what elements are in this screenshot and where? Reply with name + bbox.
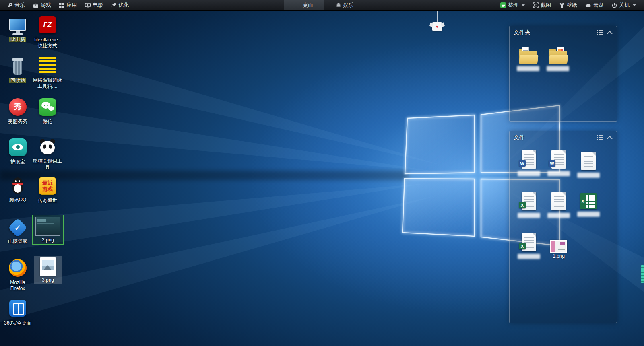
file-item-excel-table[interactable]: X — [576, 192, 601, 217]
desktop-icon-360-desktop[interactable]: 360安全桌面 — [3, 299, 32, 326]
center-tabs: 桌面 娱乐 — [284, 0, 365, 10]
collapse-panel-icon[interactable] — [607, 31, 613, 34]
desktop-icon-meitu[interactable]: 秀 美图秀秀 — [3, 97, 32, 125]
desktop-icon-pc-manager[interactable]: ✓ 电脑管家 — [3, 218, 32, 245]
menu-movies[interactable]: 电影 — [81, 0, 107, 10]
screenshot-icon — [533, 2, 539, 8]
blurred-file-name — [577, 212, 600, 217]
tab-entertainment[interactable]: 娱乐 — [324, 0, 365, 10]
blurred-file-name — [577, 173, 600, 178]
file-item-1png[interactable]: 1.png — [546, 236, 572, 259]
desktop-icon-filezilla[interactable]: FZ filezilla.exe - 快捷方式 — [33, 15, 62, 49]
text-doc-icon — [551, 192, 566, 210]
recycle-bin-label: 回收站 — [3, 78, 32, 84]
3png-image-file-icon — [40, 257, 56, 276]
desktop-icon-web-toolbox[interactable]: 网络编辑超级工具箱.... — [33, 56, 62, 89]
folders-panel-header[interactable]: 文件夹 — [510, 26, 617, 39]
edge-scrollbar[interactable] — [641, 265, 644, 283]
menu-apps[interactable]: 应用 — [55, 0, 81, 10]
this-pc-icon — [8, 16, 27, 35]
blurred-file-name — [547, 171, 570, 176]
games-icon — [33, 3, 39, 8]
list-view-icon[interactable] — [597, 30, 603, 35]
cloud-icon — [585, 2, 591, 8]
3png-label: 3.png — [34, 277, 62, 283]
meitu-label: 美图秀秀 — [3, 119, 32, 125]
folder-icon — [519, 48, 537, 64]
blurred-file-name — [518, 213, 540, 218]
menu-music[interactable]: 音乐 — [3, 0, 29, 10]
shirt-icon — [559, 2, 565, 8]
eye-care-label: 护眼宝 — [3, 159, 32, 165]
toolbar-left-group: 音乐 游戏 应用 电影 优化 — [0, 0, 133, 10]
cloud-label: 云盘 — [593, 2, 604, 9]
wallpaper-label: 壁纸 — [567, 2, 577, 9]
meitu-icon: 秀 — [8, 98, 27, 117]
cloud-button[interactable]: 云盘 — [581, 0, 608, 10]
folder-icon — [549, 48, 567, 64]
collapse-panel-icon[interactable] — [607, 136, 613, 139]
files-panel-title: 文件 — [514, 134, 592, 141]
file-item-word-1[interactable]: W — [516, 150, 542, 176]
filezilla-icon: FZ — [38, 16, 57, 36]
screenshot-button[interactable]: 截图 — [529, 0, 555, 10]
power-button[interactable]: 关机 — [608, 0, 640, 10]
desktop-icon-legend-game[interactable]: 最近 游戏 传奇盛世 — [33, 176, 62, 204]
files-panel-header[interactable]: 文件 — [510, 131, 617, 144]
desktop-icon-panda-tool[interactable]: 熊猫关键词工具 — [33, 138, 62, 170]
folder-item-1[interactable] — [515, 48, 541, 71]
desktop-icon-3png[interactable]: 3.png — [34, 256, 62, 284]
folder-item-2[interactable] — [545, 48, 571, 71]
excel-badge: X — [519, 243, 526, 249]
web-toolbox-icon — [38, 57, 57, 76]
recent-game-badge-top: 最近 — [42, 180, 53, 186]
menu-apps-label: 应用 — [66, 2, 77, 9]
blurred-file-name — [518, 254, 540, 259]
optimize-rocket-icon — [111, 3, 116, 8]
menu-movies-label: 电影 — [93, 2, 103, 9]
desktop-icon-this-pc[interactable]: 此电脑 — [3, 16, 32, 43]
desktop-icon-wechat[interactable]: 微信 — [33, 97, 62, 125]
web-toolbox-label: 网络编辑超级工具箱.... — [33, 77, 62, 89]
menu-games-label: 游戏 — [41, 2, 51, 9]
file-item-excel-2[interactable]: X — [516, 233, 542, 259]
wallpaper-button[interactable]: 壁纸 — [555, 0, 581, 10]
tab-desktop[interactable]: 桌面 — [284, 0, 324, 10]
desktop-icon-eye-care[interactable]: 护眼宝 — [3, 138, 32, 165]
desktop-icon-recycle-bin[interactable]: 回收站 — [3, 57, 32, 84]
organize-label: 整理 — [508, 2, 518, 9]
hanging-shirt-decoration[interactable]: ♥ — [431, 10, 444, 31]
file-item-excel-1[interactable]: X — [516, 192, 542, 218]
heart-icon: ♥ — [432, 22, 442, 31]
word-badge: W — [549, 160, 555, 167]
legend-game-icon: 最近 游戏 — [38, 177, 57, 196]
file-item-text-1[interactable] — [576, 152, 601, 178]
blurred-file-name — [518, 171, 540, 176]
power-caret-icon — [633, 4, 636, 6]
windows-logo-icon — [295, 2, 301, 8]
2png-label: 2.png — [33, 237, 63, 243]
tab-entertainment-label: 娱乐 — [343, 2, 354, 9]
list-view-icon[interactable] — [597, 135, 603, 140]
file-item-word-2[interactable]: W — [546, 150, 572, 176]
movies-icon — [85, 3, 91, 8]
desktop-icon-firefox[interactable]: Mozilla Firefox — [3, 258, 32, 292]
power-icon — [612, 3, 617, 8]
folders-panel-title: 文件夹 — [514, 29, 592, 36]
desktop-icon-2png[interactable]: 2.png — [32, 215, 64, 245]
toolbar-right-group: 整理 截图 壁纸 云盘 关机 — [496, 0, 644, 10]
folders-panel: 文件夹 — [509, 26, 617, 122]
excel-badge: X — [519, 202, 526, 208]
360-desktop-label: 360安全桌面 — [3, 320, 32, 326]
top-toolbar: 音乐 游戏 应用 电影 优化 桌面 娱乐 整理 — [0, 0, 644, 11]
desktop-icon-qq[interactable]: 腾讯QQ — [3, 176, 32, 203]
menu-optimize[interactable]: 优化 — [107, 0, 133, 10]
menu-games[interactable]: 游戏 — [29, 0, 55, 10]
organize-button[interactable]: 整理 — [496, 0, 529, 10]
desktop-area[interactable]: ♥ 此电脑 回收站 秀 美图秀秀 护眼宝 腾讯QQ ✓ 电脑管家 Mozilla… — [0, 10, 644, 346]
excel-table-icon: X — [580, 193, 597, 209]
file-item-text-2[interactable] — [546, 192, 572, 218]
blurred-folder-name — [547, 66, 569, 71]
organize-icon — [500, 2, 506, 8]
this-pc-label: 此电脑 — [3, 37, 32, 43]
